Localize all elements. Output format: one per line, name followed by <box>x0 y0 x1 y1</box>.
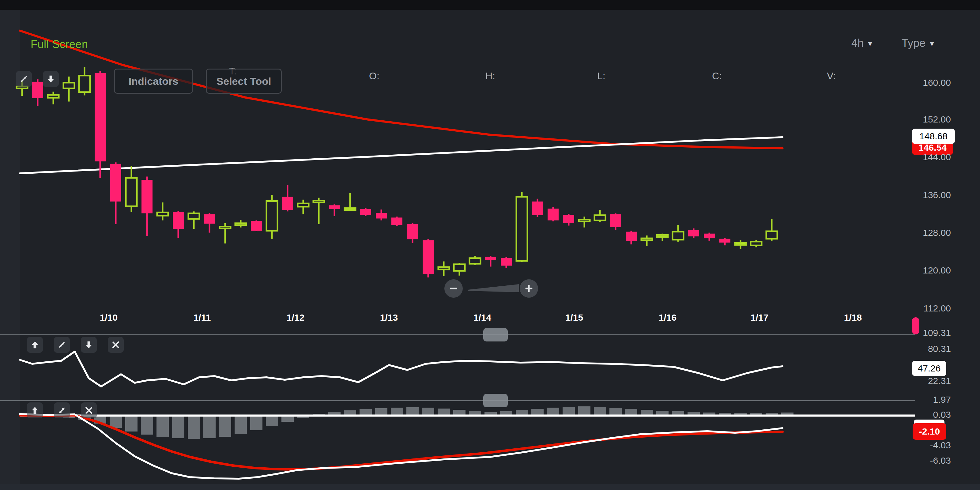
close-icon <box>111 340 120 350</box>
date-axis-label: 1/16 <box>652 312 683 323</box>
rsi-tick-label: 80.31 <box>905 344 951 354</box>
full-screen-link[interactable]: Full Screen <box>30 38 88 51</box>
plus-icon <box>524 283 534 294</box>
macd-tick-label: 1.97 <box>905 395 951 405</box>
rsi-panel-arrow-up-button[interactable] <box>27 337 43 353</box>
rsi-panel-arrow-down-button[interactable] <box>81 337 97 353</box>
macd-tick-label: -4.03 <box>905 440 951 450</box>
price-tick-label: 120.00 <box>905 265 951 275</box>
date-axis-label: 1/14 <box>467 312 498 323</box>
timeframe-value: 4h <box>851 37 864 49</box>
expand-icon <box>57 340 67 350</box>
price-tick-label: 152.00 <box>905 114 951 125</box>
arrow-down-icon <box>84 340 94 350</box>
macd-red-value-badge: -2.10 <box>913 423 946 440</box>
chevron-down-icon: ▾ <box>868 38 872 48</box>
macd-panel-close-button[interactable] <box>81 402 97 418</box>
arrow-up-icon <box>30 340 40 350</box>
ohlc-label-l: L: <box>597 70 605 82</box>
chevron-down-icon: ▾ <box>930 38 934 48</box>
date-axis-label: 1/11 <box>187 312 218 323</box>
chart-type-dropdown[interactable]: Type ▾ <box>902 37 934 49</box>
expand-icon <box>19 75 29 84</box>
bottom-gutter <box>0 484 980 490</box>
trading-chart-app: Full Screen T: Indicators Select Tool O:… <box>0 0 980 490</box>
ohlc-label-h: H: <box>485 70 495 82</box>
close-icon <box>84 406 94 415</box>
date-axis-label: 1/18 <box>838 312 868 323</box>
ohlc-label-v: V: <box>827 70 836 82</box>
macd-panel-arrow-up-button[interactable] <box>27 402 43 418</box>
zoom-slider[interactable] <box>468 282 519 295</box>
zoom-out-button[interactable] <box>444 279 463 298</box>
main-chart-expand-button[interactable] <box>16 71 32 87</box>
date-axis-label: 1/15 <box>559 312 590 323</box>
indicators-button[interactable]: Indicators <box>114 68 193 94</box>
timeframe-dropdown[interactable]: 4h ▾ <box>851 37 872 49</box>
macd-tick-label: -6.03 <box>905 455 951 466</box>
arrow-up-icon <box>30 406 40 415</box>
macd-tick-label: 0.03 <box>905 409 951 420</box>
ohlc-label-o: O: <box>369 70 379 82</box>
date-axis-label: 1/10 <box>94 312 124 323</box>
pane-resize-grip[interactable] <box>483 328 508 342</box>
zoom-in-button[interactable] <box>520 279 538 298</box>
ohlc-label-c: C: <box>712 70 722 82</box>
pane-resize-grip[interactable] <box>483 394 508 407</box>
select-tool-button[interactable]: Select Tool <box>206 68 282 94</box>
date-axis-label: 1/13 <box>374 312 404 323</box>
price-tick-label: 136.00 <box>905 190 951 200</box>
arrow-down-icon <box>46 75 56 84</box>
macd-panel-expand-button[interactable] <box>54 402 70 418</box>
rsi-tick-label: 109.31 <box>905 328 951 338</box>
rsi-tick-label: 22.31 <box>905 376 951 386</box>
expand-icon <box>57 406 67 415</box>
date-axis-label: 1/17 <box>744 312 775 323</box>
rsi-panel-close-button[interactable] <box>108 337 124 353</box>
price-tick-label: 128.00 <box>905 228 951 238</box>
rsi-panel-expand-button[interactable] <box>54 337 70 353</box>
minus-icon <box>449 283 459 294</box>
rsi-value-badge: 47.26 <box>912 361 946 376</box>
white-line-price-badge: 148.68 <box>912 129 955 144</box>
chart-type-value: Type <box>902 37 926 49</box>
price-tick-label: 160.00 <box>905 78 951 88</box>
price-tick-label: 112.00 <box>905 303 951 313</box>
main-chart-arrow-down-button[interactable] <box>43 71 59 87</box>
price-tick-label: 144.00 <box>905 152 951 162</box>
date-axis-label: 1/12 <box>280 312 311 323</box>
